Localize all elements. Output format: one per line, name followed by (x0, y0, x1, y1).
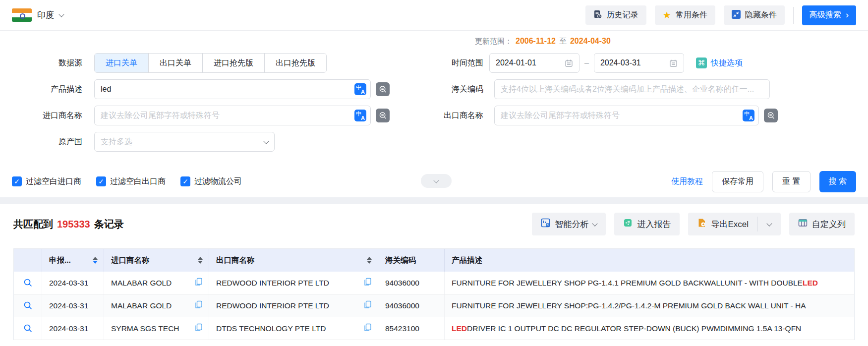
sort-control[interactable] (198, 257, 203, 264)
enter-report-label: 进入报告 (637, 219, 671, 230)
importer-name[interactable]: SYRMA SGS TECH (111, 324, 179, 333)
date-end-input[interactable]: 2024-03-31 (594, 53, 684, 73)
sort-desc-icon (367, 261, 372, 264)
export-options-button[interactable] (758, 213, 781, 235)
translate-icon[interactable]: 中A (354, 110, 366, 121)
search-form: 更新范围： 2006-11-12 至 2024-04-30 数据源 进口关单出口… (0, 31, 868, 197)
match-prefix: 共匹配到 (13, 218, 53, 231)
cell-hs-code: 94036000 (378, 272, 445, 294)
origin-country-select[interactable]: 支持多选 (94, 132, 275, 152)
search-button[interactable]: 搜 索 (819, 171, 856, 192)
view-detail-button[interactable] (23, 301, 33, 310)
header-declare-date[interactable]: 申报... (42, 249, 104, 272)
export-excel-button[interactable]: 导出Excel (688, 213, 757, 235)
copy-icon[interactable] (363, 323, 372, 334)
divider (793, 7, 794, 24)
match-count: 195333 (57, 219, 90, 230)
checkbox-checked-icon[interactable]: ✓ (180, 176, 190, 186)
top-bar: 印度 历史记录 ★ 常用条件 隐藏条件 高级搜索 › (0, 0, 868, 31)
checkbox-label: 过滤空白出口商 (110, 176, 166, 187)
importer-input[interactable] (94, 106, 371, 125)
synonym-search-icon[interactable] (764, 109, 778, 122)
smart-analysis-button[interactable]: BI 智能分析 (532, 213, 606, 235)
section-divider (0, 197, 868, 204)
update-range-from: 2006-11-12 (516, 37, 556, 46)
exporter-name[interactable]: REDWOOD INTERIOR PTE LTD (216, 279, 329, 288)
copy-icon[interactable] (194, 300, 203, 311)
reset-button[interactable]: 重 置 (772, 171, 810, 192)
sort-control[interactable] (367, 257, 372, 264)
favorites-label: 常用条件 (676, 10, 707, 20)
quick-options-button[interactable]: ⌘ 快捷选项 (696, 58, 743, 68)
header-exporter[interactable]: 出口商名称 (209, 249, 378, 272)
view-detail-button[interactable] (23, 324, 33, 333)
history-label: 历史记录 (607, 10, 638, 20)
table-header-row: 申报... 进口商名称 出口商名称 (14, 249, 854, 272)
view-detail-button[interactable] (23, 278, 33, 288)
cell-importer: SYRMA SGS TECH (104, 317, 209, 340)
cell-declare-date: 2024-03-31 (42, 294, 104, 317)
product-desc-input[interactable] (94, 79, 371, 99)
data-source-tab-0[interactable]: 进口关单 (95, 54, 149, 72)
cell-hs-code: 94036000 (378, 294, 445, 317)
enter-report-button[interactable]: 进入报告 (614, 213, 680, 235)
translate-icon[interactable]: 中A (354, 83, 366, 95)
favorites-button[interactable]: ★ 常用条件 (655, 5, 715, 25)
results-section: 共匹配到 195333 条记录 BI 智能分析 进入报告 (0, 204, 868, 346)
cell-hs-code: 85423100 (378, 317, 445, 340)
filter-checkbox-2[interactable]: ✓过滤物流公司 (180, 176, 242, 187)
copy-icon[interactable] (363, 278, 372, 288)
origin-country-label: 原产国 (12, 137, 89, 147)
hide-conditions-button[interactable]: 隐藏条件 (724, 5, 785, 25)
exporter-input[interactable] (494, 106, 759, 125)
save-conditions-button[interactable]: 保存常用 (712, 171, 763, 192)
translate-icon[interactable]: 中A (743, 110, 754, 121)
importer-name[interactable]: MALABAR GOLD (111, 301, 172, 310)
copy-icon[interactable] (194, 323, 203, 334)
hide-conditions-label: 隐藏条件 (745, 10, 777, 20)
quick-options-label: 快捷选项 (711, 58, 743, 68)
country-selector[interactable]: 印度 (12, 8, 63, 22)
data-source-tab-2[interactable]: 进口抢先版 (203, 54, 265, 72)
synonym-search-icon[interactable] (376, 109, 390, 122)
date-start-input[interactable]: 2024-01-01 (489, 53, 579, 73)
copy-icon[interactable] (363, 300, 372, 311)
exporter-label: 出口商名称 (418, 111, 489, 121)
checkbox-label: 过滤空白进口商 (26, 176, 81, 187)
exporter-name[interactable]: DTDS TECHNOLOGY PTE LTD (216, 324, 326, 333)
update-range-label: 更新范围： (475, 37, 512, 46)
exporter-name[interactable]: REDWOOD INTERIOR PTE LTD (216, 301, 329, 310)
sort-asc-icon (367, 257, 372, 260)
collapse-form-button[interactable] (421, 174, 452, 188)
tutorial-link[interactable]: 使用教程 (671, 176, 703, 187)
filter-checkboxes: ✓过滤空白进口商✓过滤空白出口商✓过滤物流公司 (12, 176, 257, 187)
customize-columns-button[interactable]: 自定义列 (789, 213, 855, 235)
synonym-search-icon[interactable] (376, 82, 390, 96)
header-importer[interactable]: 进口商名称 (104, 249, 209, 272)
checkbox-checked-icon[interactable]: ✓ (96, 176, 106, 186)
advanced-search-button[interactable]: 高级搜索 › (802, 5, 856, 25)
chevron-down-icon (58, 11, 64, 17)
cell-exporter: REDWOOD INTERIOR PTE LTD (209, 294, 378, 317)
checkbox-checked-icon[interactable]: ✓ (12, 176, 22, 186)
filter-checkbox-0[interactable]: ✓过滤空白进口商 (12, 176, 81, 187)
importer-name[interactable]: MALABAR GOLD (111, 279, 172, 288)
cell-product-desc: FURNITURE FOR JEWELLERY SHOP PG-1.4.1 PR… (445, 272, 854, 294)
cell-importer: MALABAR GOLD (104, 294, 209, 317)
history-icon (593, 10, 602, 21)
cell-declare-date: 2024-03-31 (42, 272, 104, 294)
date-end-value: 2024-03-31 (600, 58, 641, 67)
copy-icon[interactable] (194, 278, 203, 288)
history-button[interactable]: 历史记录 (585, 5, 646, 25)
hs-code-input[interactable] (494, 79, 770, 99)
star-icon: ★ (663, 10, 671, 20)
sort-control[interactable] (93, 257, 98, 264)
filter-checkbox-1[interactable]: ✓过滤空白出口商 (96, 176, 166, 187)
data-source-tab-1[interactable]: 出口关单 (149, 54, 203, 72)
country-name: 印度 (37, 9, 54, 21)
sort-asc-icon (198, 257, 203, 260)
bi-chart-icon: BI (541, 218, 550, 230)
checkbox-label: 过滤物流公司 (194, 176, 242, 187)
cell-exporter: REDWOOD INTERIOR PTE LTD (209, 272, 378, 294)
data-source-tab-3[interactable]: 出口抢先版 (265, 54, 326, 72)
